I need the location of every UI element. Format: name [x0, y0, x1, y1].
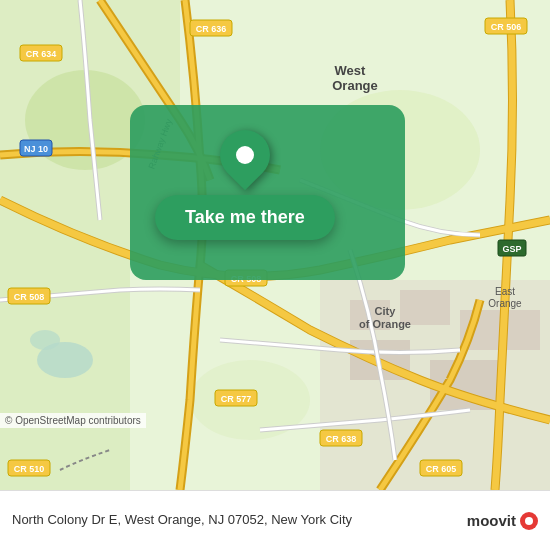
svg-text:CR 508: CR 508: [14, 292, 45, 302]
svg-text:Orange: Orange: [488, 298, 522, 309]
location-pin-icon: [210, 120, 281, 191]
map-container: CR 636 CR 634 NJ 10 CR 508 CR 508 CR 510…: [0, 0, 550, 490]
svg-text:CR 638: CR 638: [326, 434, 357, 444]
svg-text:CR 634: CR 634: [26, 49, 57, 59]
moovit-logo: moovit: [467, 512, 538, 530]
svg-text:West: West: [335, 63, 366, 78]
svg-text:City: City: [375, 305, 397, 317]
svg-rect-4: [0, 220, 130, 490]
svg-text:East: East: [495, 286, 515, 297]
bottom-bar: North Colony Dr E, West Orange, NJ 07052…: [0, 490, 550, 550]
svg-text:CR 605: CR 605: [426, 464, 457, 474]
location-pin-wrapper: [220, 130, 270, 180]
pin-inner-dot: [236, 146, 254, 164]
moovit-logo-text: moovit: [467, 512, 516, 529]
svg-text:CR 510: CR 510: [14, 464, 45, 474]
moovit-logo-icon: [520, 512, 538, 530]
svg-text:CR 577: CR 577: [221, 394, 252, 404]
osm-attribution: © OpenStreetMap contributors: [0, 413, 146, 428]
svg-text:CR 636: CR 636: [196, 24, 227, 34]
address-text: North Colony Dr E, West Orange, NJ 07052…: [12, 511, 467, 529]
moovit-dot-inner: [525, 517, 533, 525]
svg-text:of Orange: of Orange: [359, 318, 411, 330]
osm-attribution-text: © OpenStreetMap contributors: [5, 415, 141, 426]
svg-text:CR 506: CR 506: [491, 22, 522, 32]
svg-text:GSP: GSP: [502, 244, 521, 254]
svg-text:Orange: Orange: [332, 78, 378, 93]
take-me-there-button[interactable]: Take me there: [155, 195, 335, 240]
svg-text:NJ 10: NJ 10: [24, 144, 48, 154]
